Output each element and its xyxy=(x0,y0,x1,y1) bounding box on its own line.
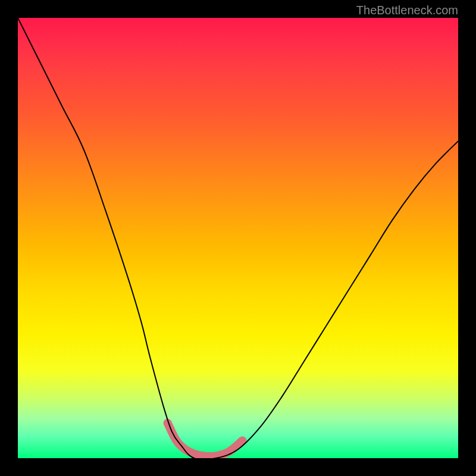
attribution-label: TheBottleneck.com xyxy=(356,4,458,17)
chart-container: TheBottleneck.com xyxy=(0,0,476,476)
curve-overlay xyxy=(18,18,458,458)
optimal-highlight-line xyxy=(168,423,243,456)
bottleneck-curve-line xyxy=(18,18,458,458)
